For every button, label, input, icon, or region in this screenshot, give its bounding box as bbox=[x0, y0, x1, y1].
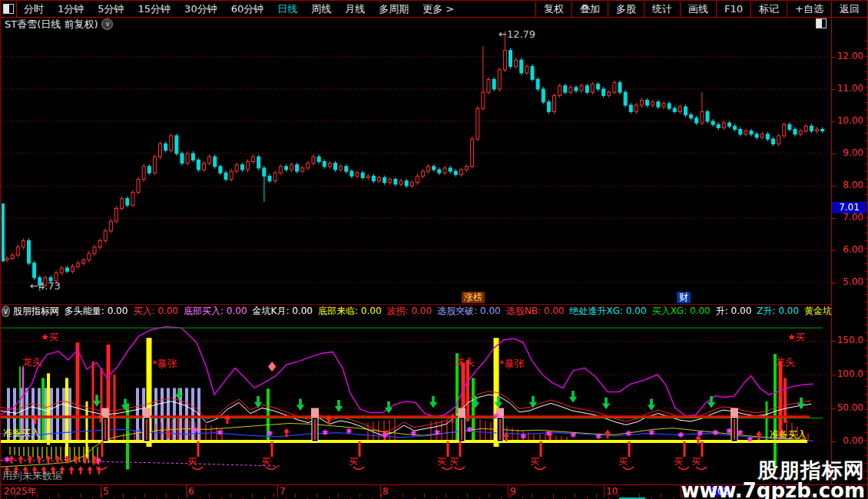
menu-item-+自选[interactable]: +自选 bbox=[787, 2, 831, 17]
menu-item-更多 >[interactable]: 更多 > bbox=[416, 2, 461, 17]
indicator-field-选股突破: 选股突破: 0.00 bbox=[437, 306, 501, 316]
indicator-field-波拐: 波拐: 0.00 bbox=[387, 306, 432, 316]
indicator-field-选股NB: 选股NB: 0.00 bbox=[506, 306, 565, 316]
half-square-icon bbox=[3, 4, 14, 14]
svg-text:✱: ✱ bbox=[678, 431, 684, 439]
last-price-tag: 7.01 bbox=[832, 202, 866, 213]
finance-badge[interactable]: 财 bbox=[677, 292, 691, 303]
menu-item-叠加[interactable]: 叠加 bbox=[571, 2, 608, 17]
menu-item-分时[interactable]: 分时 bbox=[17, 2, 51, 17]
month-label-6: 6 bbox=[188, 486, 194, 497]
svg-text:买: 买 bbox=[261, 456, 270, 467]
indicator-fields: 多头能量: 0.00买入: 0.00底部买入: 0.00金坑K月: 0.00底部… bbox=[65, 305, 831, 317]
indicator-header: ∨ 股朋指标网 多头能量: 0.00买入: 0.00底部买入: 0.00金坑K月… bbox=[0, 305, 831, 317]
chevron-down-icon[interactable]: ∨ bbox=[2, 306, 10, 317]
svg-text:✱: ✱ bbox=[595, 432, 601, 441]
future-data-note: 用到未来数据 bbox=[2, 469, 62, 483]
svg-text:✱: ✱ bbox=[267, 429, 273, 438]
signal-bars bbox=[19, 338, 787, 469]
svg-text:买: 买 bbox=[618, 456, 628, 467]
rank-badge[interactable]: 涨榜 bbox=[462, 292, 485, 303]
svg-text:✱: ✱ bbox=[217, 428, 223, 437]
svg-text:✱: ✱ bbox=[382, 431, 388, 439]
month-label-9: 9 bbox=[510, 486, 516, 497]
svg-text:✱: ✱ bbox=[648, 428, 654, 437]
svg-text:*暴张: *暴张 bbox=[499, 358, 525, 369]
menu-item-月线[interactable]: 月线 bbox=[338, 2, 372, 17]
indicator-hlines bbox=[1, 328, 823, 441]
indicator-panel-chart[interactable]: ✱✱✱✱✱✱✱✱✱✱✱✱✱✱✱✱✱✱✱✱✱✱✱✱买买买买买买买买买买★买★买龙头… bbox=[1, 317, 832, 483]
buy-flag-markers: 买买买买买买买买买买 bbox=[91, 441, 707, 470]
menu-item-1分钟[interactable]: 1分钟 bbox=[51, 2, 91, 17]
axis-label: 7.00 bbox=[843, 212, 863, 223]
menu-item-周线[interactable]: 周线 bbox=[304, 2, 338, 17]
svg-text:龙头: 龙头 bbox=[455, 356, 475, 368]
watermark-name: 股朋指标网 bbox=[634, 460, 865, 481]
svg-text:✱: ✱ bbox=[726, 427, 732, 435]
price-axis-column: 12.0011.0010.009.008.007.006.005.00150.0… bbox=[831, 18, 868, 497]
axis-label: 9.00 bbox=[843, 147, 863, 158]
chevron-down-icon[interactable]: ∨ bbox=[101, 18, 113, 30]
svg-text:✱: ✱ bbox=[434, 428, 440, 437]
indicator-field-金坑K月: 金坑K月: 0.00 bbox=[253, 306, 313, 316]
svg-text:准备买入: 准备买入 bbox=[770, 429, 807, 440]
menu-item-15分钟[interactable]: 15分钟 bbox=[131, 2, 178, 17]
menu-item-多周期[interactable]: 多周期 bbox=[372, 2, 416, 17]
menu-item-画线[interactable]: 画线 bbox=[680, 2, 716, 17]
main-candlestick-chart[interactable]: ←12.79←4.73 bbox=[1, 31, 832, 290]
svg-text:✱: ✱ bbox=[737, 428, 743, 437]
app-window: 分时1分钟5分钟15分钟30分钟60分钟日线周线月线多周期更多 > 复权叠加多股… bbox=[0, 0, 868, 499]
axis-label: 11.00 bbox=[837, 83, 863, 94]
axis-label: 12.00 bbox=[837, 51, 863, 61]
period-menu: 分时1分钟5分钟15分钟30分钟60分钟日线周线月线多周期更多 > bbox=[17, 2, 461, 17]
page-title: ST香雪(日线 前复权) bbox=[5, 18, 98, 31]
menu-item-30分钟[interactable]: 30分钟 bbox=[177, 2, 224, 17]
month-label-8: 8 bbox=[383, 486, 389, 497]
half-square-icon bbox=[816, 18, 827, 28]
menu-item-5分钟[interactable]: 5分钟 bbox=[91, 2, 131, 17]
menu-item-标记[interactable]: 标记 bbox=[750, 2, 787, 17]
svg-text:★买: ★买 bbox=[787, 332, 805, 342]
panel-toggle-icon[interactable] bbox=[0, 2, 17, 17]
month-label-5: 5 bbox=[103, 486, 109, 497]
indicator-source: 股朋指标网 bbox=[13, 305, 59, 317]
svg-text:买: 买 bbox=[349, 456, 358, 467]
axis-label: 150.0 bbox=[837, 335, 863, 345]
watermark-url: www.7gpzb.com bbox=[634, 481, 865, 499]
svg-text:✱: ✱ bbox=[493, 411, 499, 420]
menu-item-返回[interactable]: 返回 bbox=[831, 2, 868, 17]
axis-label: 50.00 bbox=[837, 402, 863, 413]
badge-strip: 涨榜 财 bbox=[0, 291, 831, 305]
diamond-icon: ♦ bbox=[266, 359, 278, 375]
indicator-field-多头能量: 多头能量: 0.00 bbox=[65, 306, 128, 316]
svg-text:龙头: 龙头 bbox=[775, 356, 795, 368]
menu-item-60分钟[interactable]: 60分钟 bbox=[224, 2, 271, 17]
maximize-panel-icon[interactable] bbox=[816, 18, 828, 28]
indicator-field-买入XG: 买入XG: 0.00 bbox=[652, 306, 711, 316]
indicator-field-Z升: Z升: 0.00 bbox=[757, 306, 799, 316]
svg-text:✱: ✱ bbox=[192, 426, 198, 435]
month-label-10: 10 bbox=[606, 486, 618, 497]
menu-item-统计[interactable]: 统计 bbox=[644, 2, 680, 17]
svg-text:✱: ✱ bbox=[712, 428, 718, 437]
menu-item-多股[interactable]: 多股 bbox=[608, 2, 644, 17]
svg-text:✱: ✱ bbox=[697, 429, 703, 438]
tool-menu: 复权叠加多股统计画线F10标记+自选返回 bbox=[535, 2, 868, 17]
svg-text:✱: ✱ bbox=[545, 429, 552, 438]
indicator-field-绝处逢升XG: 绝处逢升XG: 0.00 bbox=[570, 306, 647, 316]
indicator-field-底部来临: 底部来临: 0.00 bbox=[318, 306, 382, 316]
svg-text:准备买入: 准备买入 bbox=[3, 428, 40, 438]
axis-label: 100.0 bbox=[837, 368, 863, 379]
indicator-field-底部买入: 底部买入: 0.00 bbox=[184, 306, 247, 316]
svg-text:*暴张: *暴张 bbox=[152, 358, 178, 369]
axis-label: 10.00 bbox=[837, 115, 863, 126]
svg-text:✱: ✱ bbox=[625, 429, 631, 438]
menu-item-日线[interactable]: 日线 bbox=[270, 2, 304, 17]
svg-text:✱: ✱ bbox=[346, 427, 352, 435]
menu-item-F10[interactable]: F10 bbox=[716, 2, 750, 17]
indicator-text-labels: ★买★买龙头龙头龙头*暴张*暴张准备买入准备买入 bbox=[3, 332, 807, 440]
axis-label: 0.00 bbox=[843, 435, 863, 446]
indicator-lines bbox=[1, 326, 813, 467]
menu-item-复权[interactable]: 复权 bbox=[535, 2, 571, 17]
svg-text:买: 买 bbox=[449, 456, 459, 467]
